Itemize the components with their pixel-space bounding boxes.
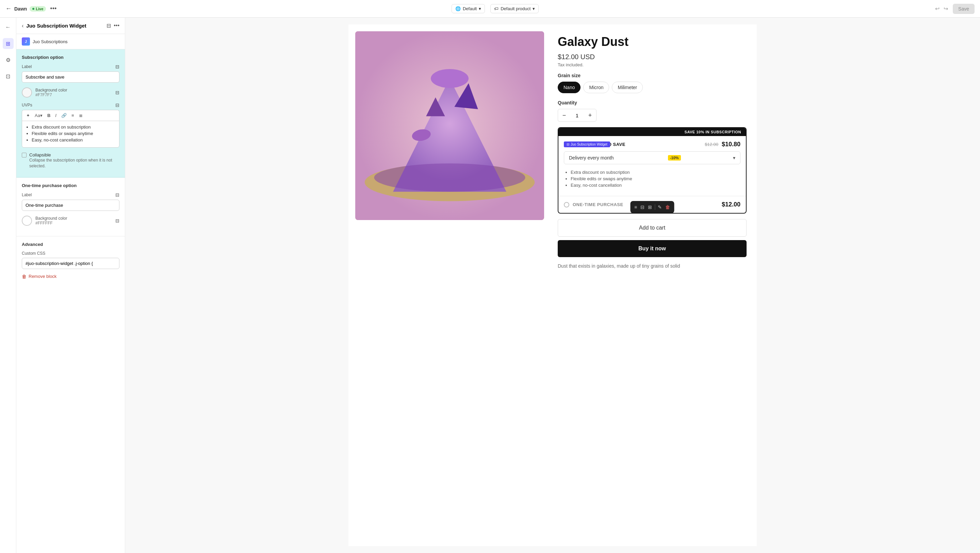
ordered-list-tool[interactable]: ≣ (78, 112, 84, 119)
advanced-title: Advanced (22, 242, 119, 247)
color-info: Background color #F7F7F7 (35, 88, 112, 97)
save-button[interactable]: Save (953, 4, 975, 14)
bold-tool[interactable]: B (46, 112, 52, 119)
widget-uvp-list: Extra discount on subscription Flexible … (564, 168, 740, 191)
nav-blocks-icon[interactable]: ⊡ (3, 71, 14, 82)
sidebar-actions: ⊟ ••• (107, 22, 119, 29)
otp-label-input[interactable] (22, 200, 119, 211)
label-field-group: Label ⊟ (22, 64, 119, 83)
advanced-section: Advanced Custom CSS 🗑 Remove block (16, 236, 125, 284)
delivery-select[interactable]: Delivery every month -10% ▾ (564, 151, 740, 164)
label-field-label: Label ⊟ (22, 64, 119, 69)
bg-color-db-icon[interactable]: ⊟ (115, 90, 119, 95)
sidebar-more-icon[interactable]: ••• (114, 22, 119, 29)
undo-button[interactable]: ↩ (934, 4, 941, 13)
label-input[interactable] (22, 72, 119, 83)
collapsible-text: Collapsible Collapse the subscription op… (29, 153, 119, 169)
product-title: Galaxy Dust (558, 35, 746, 49)
brand-name: Juo Subscriptions (33, 39, 68, 44)
chevron-down-icon: ▾ (479, 6, 481, 11)
topbar-right: ↩ ↪ Save (934, 4, 975, 14)
grain-nano[interactable]: Nano (558, 82, 581, 93)
collapsible-checkbox[interactable] (22, 153, 27, 157)
ft-list-icon[interactable]: ⊟ (639, 203, 646, 211)
sidebar-back-icon[interactable]: ‹ (22, 23, 24, 29)
quantity-increase-button[interactable]: + (584, 109, 596, 121)
ft-separator (655, 204, 655, 210)
otp-section-title: One-time purchase option (22, 183, 119, 188)
widget-uvp-1: Extra discount on subscription (571, 170, 740, 175)
trash-icon: 🗑 (22, 274, 27, 279)
ft-align-icon[interactable]: ≡ (633, 203, 638, 211)
viewport-selector[interactable]: 🌐 Default ▾ (452, 4, 485, 13)
delivery-text: Delivery every month (569, 155, 614, 160)
subscription-section-title: Subscription option (22, 55, 119, 60)
ft-grid-icon[interactable]: ⊞ (646, 203, 653, 211)
otp-radio[interactable] (564, 202, 569, 207)
grain-milimeter[interactable]: Milimeter (612, 82, 643, 93)
product-image (355, 31, 544, 220)
background-color-row: Background color #F7F7F7 ⊟ (22, 87, 119, 98)
sidebar-db-icon[interactable]: ⊟ (107, 22, 111, 29)
grain-options: Nano Micron Milimeter (558, 82, 746, 93)
uvp-toolbar: ✦ Aa▾ B I 🔗 ≡ ≣ (22, 110, 119, 121)
tag-icon: 🏷 (494, 6, 498, 11)
otp-option-price: $12.00 (722, 201, 740, 208)
quantity-input[interactable] (570, 113, 584, 118)
bg-color-swatch[interactable] (22, 87, 32, 98)
preview-inner: Galaxy Dust $12.00 USD Tax included. Gra… (348, 24, 757, 546)
font-size-tool[interactable]: Aa▾ (33, 112, 44, 119)
link-tool[interactable]: 🔗 (60, 112, 68, 119)
main-layout: ← ⊞ ⚙ ⊡ ‹ Juo Subscription Widget ⊟ ••• … (0, 17, 980, 553)
delivery-chevron-icon: ▾ (733, 155, 735, 160)
otp-label-db-icon[interactable]: ⊟ (115, 192, 119, 198)
label-db-icon[interactable]: ⊟ (115, 64, 119, 69)
product-details: Galaxy Dust $12.00 USD Tax included. Gra… (551, 24, 757, 280)
ft-edit-icon[interactable]: ✎ (656, 203, 663, 211)
otp-bg-color-swatch[interactable] (22, 216, 32, 226)
back-icon[interactable]: ← (5, 5, 11, 12)
more-options-icon[interactable]: ••• (50, 5, 56, 12)
bullet-list-tool[interactable]: ≡ (70, 112, 76, 119)
uvp-item-3: Easy, no-cost cancellation (32, 137, 115, 143)
uvp-db-icon[interactable]: ⊟ (115, 102, 119, 108)
product-selector[interactable]: 🏷 Default product ▾ (490, 4, 539, 13)
nav-layers-icon[interactable]: ⊞ (3, 38, 14, 49)
redo-button[interactable]: ↪ (942, 4, 950, 13)
live-badge: Live (30, 6, 46, 11)
grain-micron[interactable]: Micron (583, 82, 609, 93)
magic-tool-icon[interactable]: ✦ (25, 112, 31, 119)
uvp-content[interactable]: Extra discount on subscription Flexible … (22, 121, 119, 148)
subscription-widget: ⊟ Juo Subscription Widget SAVE 10% IN SU… (558, 127, 746, 214)
otp-bg-color-row: Background color #FFFFFF ⊟ (22, 216, 119, 226)
color-label: Background color (35, 88, 112, 92)
quantity-decrease-button[interactable]: − (558, 109, 570, 121)
sidebar-title: Juo Subscription Widget (26, 23, 104, 29)
product-price: $12.00 USD (558, 53, 746, 61)
widget-uvp-2: Flexible edits or swaps anytime (571, 176, 740, 181)
otp-color-label: Background color (35, 216, 112, 221)
uvp-section: UVPs ⊟ ✦ Aa▾ B I 🔗 ≡ ≣ Extra discount on… (22, 102, 119, 148)
undo-redo: ↩ ↪ (934, 4, 950, 13)
topbar: ← Dawn Live ••• 🌐 Default ▾ 🏷 Default pr… (0, 0, 980, 17)
remove-block-button[interactable]: 🗑 Remove block (22, 274, 119, 279)
otp-bg-db-icon[interactable]: ⊟ (115, 218, 119, 224)
widget-badge: SAVE 10% IN SUBSCRIPTION (558, 128, 746, 136)
product-image-svg (355, 31, 544, 220)
subscribe-price: $10.80 (722, 141, 740, 148)
css-input[interactable] (22, 258, 119, 269)
nav-settings-icon[interactable]: ⚙ (3, 54, 14, 65)
globe-icon: 🌐 (455, 6, 461, 11)
otp-label-field: Label ⊟ (22, 192, 119, 211)
product-page: Galaxy Dust $12.00 USD Tax included. Gra… (348, 24, 757, 280)
tax-info: Tax included. (558, 62, 746, 67)
otp-label-field-label: Label ⊟ (22, 192, 119, 198)
add-to-cart-button[interactable]: Add to cart (558, 219, 746, 237)
product-image-section (348, 24, 551, 280)
italic-tool[interactable]: I (54, 112, 58, 119)
collapsible-label: Collapsible (29, 153, 119, 157)
nav-back-icon[interactable]: ← (3, 22, 14, 33)
ft-delete-icon[interactable]: 🗑 (664, 203, 671, 211)
product-description: Dust that exists in galaxies, made up of… (558, 262, 746, 270)
buy-now-button[interactable]: Buy it now (558, 240, 746, 257)
